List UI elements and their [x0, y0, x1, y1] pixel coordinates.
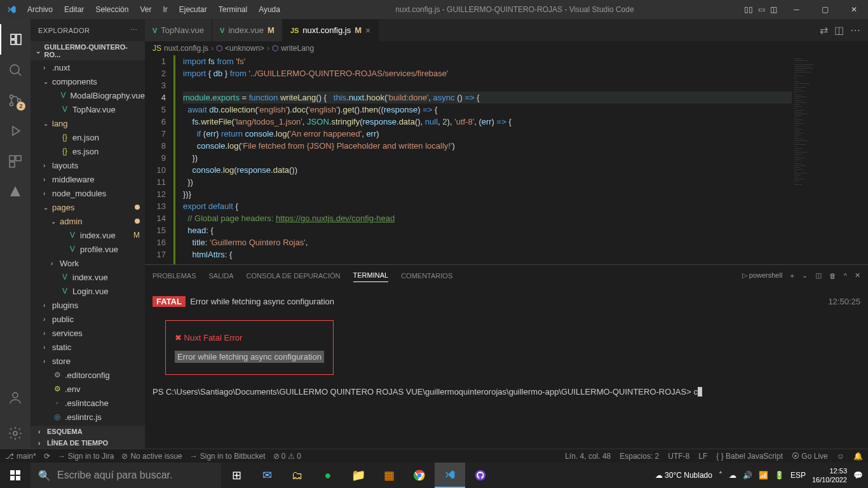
branch-indicator[interactable]: ⎇ main* [5, 452, 36, 461]
feedback-icon[interactable]: ☺ [837, 452, 844, 461]
folder-icon[interactable]: 📁 [343, 463, 374, 488]
volume-icon[interactable]: 🔊 [743, 471, 752, 480]
tree-item[interactable]: ⌄components [31, 74, 145, 88]
terminal-dropdown-icon[interactable]: ⌄ [802, 269, 808, 282]
tree-item[interactable]: ⚙.env [31, 382, 145, 396]
layout-icon[interactable]: ▯▯ [744, 5, 753, 14]
menu-selection[interactable]: Selección [90, 3, 133, 17]
code-editor[interactable]: 1234567891011121314151617 import fs from… [145, 55, 868, 264]
cursor-position[interactable]: Lín. 4, col. 48 [565, 452, 611, 461]
settings-icon[interactable] [0, 418, 31, 449]
minimap[interactable]: ▬▬▬▬▬▬▬▬▬▬▬▬▬▬▬▬▬▬▬▬▬▬▬▬▬▬▬▬▬▬▬▬▬▬▬▬▬▬▬▬… [792, 55, 868, 264]
tree-item[interactable]: ›store [31, 354, 145, 368]
panel-tab-problems[interactable]: PROBLEMAS [153, 269, 196, 282]
jira-signin[interactable]: → Sign in to Jira [58, 452, 114, 461]
sidebar-more-icon[interactable]: ⋯ [130, 26, 138, 34]
media-icon[interactable]: ▦ [374, 463, 404, 488]
tree-item[interactable]: ›layouts [31, 158, 145, 172]
terminal-output[interactable]: FATAL Error while fetching async configu… [145, 286, 868, 449]
tree-item[interactable]: VTopNav.vue [31, 102, 145, 116]
task-view-icon[interactable]: ⊞ [221, 463, 252, 488]
mail-icon[interactable]: ✉ [252, 463, 282, 488]
spotify-icon[interactable]: ● [313, 463, 343, 488]
tree-item[interactable]: {}en.json [31, 130, 145, 144]
weather-widget[interactable]: ☁ 30°C Nublado [655, 471, 712, 480]
tree-item[interactable]: ⌄pages [31, 200, 145, 214]
notifications-icon[interactable]: 🔔 [853, 452, 863, 461]
new-terminal-icon[interactable]: + [790, 269, 794, 282]
encoding-indicator[interactable]: UTF-8 [668, 452, 689, 461]
tree-item[interactable]: ›static [31, 340, 145, 354]
tree-item[interactable]: ◦.eslintcache [31, 396, 145, 410]
tree-item[interactable]: ›services [31, 326, 145, 340]
problems-indicator[interactable]: ⊘ 0 ⚠ 0 [273, 452, 301, 461]
timeline-section[interactable]: ›LÍNEA DE TIEMPO [31, 437, 145, 449]
maximize-button[interactable]: ▢ [811, 0, 839, 19]
extensions-icon[interactable] [0, 146, 31, 177]
menu-terminal-m[interactable]: Terminal [214, 3, 252, 17]
tree-item[interactable]: ⌄lang [31, 116, 145, 130]
chrome-icon[interactable] [404, 463, 435, 488]
kill-terminal-icon[interactable]: 🗑 [829, 269, 836, 282]
close-panel-icon[interactable]: ✕ [855, 269, 860, 282]
panel-tab-comments[interactable]: COMENTARIOS [401, 269, 452, 282]
taskbar-search[interactable]: 🔍 Escribe aquí para buscar. [31, 463, 221, 488]
sync-icon[interactable]: ⟳ [44, 452, 50, 461]
menu-file[interactable]: Archivo [22, 3, 58, 17]
tree-item[interactable]: ›node_modules [31, 186, 145, 200]
tree-item[interactable]: ›middleware [31, 172, 145, 186]
jira-issue[interactable]: ⊘ No active issue [121, 452, 182, 461]
clock[interactable]: 12:5316/10/2022 [812, 466, 847, 484]
compare-icon[interactable]: ⇄ [820, 24, 828, 36]
azure-icon[interactable] [0, 177, 31, 207]
vscode-app-icon[interactable] [435, 463, 465, 488]
tree-item[interactable]: Vindex.vueM [31, 228, 145, 242]
tree-item[interactable]: ›plugins [31, 298, 145, 312]
layout-icon[interactable]: ▭ [758, 5, 765, 14]
shell-selector[interactable]: ▷ powershell [742, 269, 783, 282]
editor-tab[interactable]: VTopNav.vue [145, 19, 212, 41]
action-center-icon[interactable]: 💬 [853, 471, 863, 480]
account-icon[interactable] [0, 383, 31, 413]
panel-tab-terminal[interactable]: TERMINAL [353, 269, 389, 282]
minimize-button[interactable]: ─ [782, 0, 811, 19]
search-icon[interactable] [0, 55, 31, 85]
explorer-icon[interactable] [0, 24, 31, 55]
tree-item[interactable]: ›.nuxt [31, 60, 145, 74]
tree-item[interactable]: ›Work [31, 256, 145, 270]
panel-tab-debug-console[interactable]: CONSOLA DE DEPURACIÓN [247, 269, 341, 282]
panel-tab-output[interactable]: SALIDA [208, 269, 233, 282]
tree-item[interactable]: Vindex.vue [31, 270, 145, 284]
outline-section[interactable]: ›ESQUEMA [31, 426, 145, 437]
onedrive-icon[interactable]: ☁ [729, 471, 736, 480]
editor-tab[interactable]: Vindex.vueM [212, 19, 283, 41]
tree-item[interactable]: {}es.json [31, 144, 145, 158]
split-icon[interactable]: ◫ [834, 24, 844, 36]
language-indicator[interactable]: { } Babel JavaScript [716, 452, 783, 461]
source-control-icon[interactable]: 2 [0, 85, 31, 116]
sidebar-root[interactable]: ⌄GUILLERMO-QUINTERO-RO... [31, 41, 145, 60]
keyboard-layout[interactable]: ESP [790, 471, 806, 480]
editor-tab[interactable]: JSnuxt.config.jsM× [283, 19, 379, 41]
tree-item[interactable]: ⌄admin [31, 214, 145, 228]
breadcrumb[interactable]: JS nuxt.config.js › ⬡ <unknown> › ⬡ writ… [145, 41, 868, 55]
more-icon[interactable]: ⋯ [850, 24, 860, 36]
tree-item[interactable]: Vprofile.vue [31, 242, 145, 256]
eol-indicator[interactable]: LF [698, 452, 707, 461]
indent-indicator[interactable]: Espacios: 2 [620, 452, 659, 461]
go-live[interactable]: ⦿ Go Live [792, 452, 828, 461]
menu-run[interactable]: Ejecutar [174, 3, 212, 17]
menu-go[interactable]: Ir [158, 3, 172, 17]
tree-item[interactable]: VModalBiography.vue [31, 88, 145, 102]
close-button[interactable]: ✕ [839, 0, 868, 19]
split-terminal-icon[interactable]: ◫ [815, 269, 822, 282]
run-debug-icon[interactable] [0, 116, 31, 146]
start-button[interactable] [0, 463, 31, 488]
menu-edit[interactable]: Editar [59, 3, 89, 17]
wifi-icon[interactable]: 📶 [759, 471, 768, 480]
menu-help[interactable]: Ayuda [254, 3, 285, 17]
menu-view[interactable]: Ver [135, 3, 156, 17]
explorer-app-icon[interactable]: 🗂 [282, 463, 313, 488]
maximize-panel-icon[interactable]: ^ [844, 269, 847, 282]
tray-chevron-icon[interactable]: ˄ [719, 471, 722, 480]
